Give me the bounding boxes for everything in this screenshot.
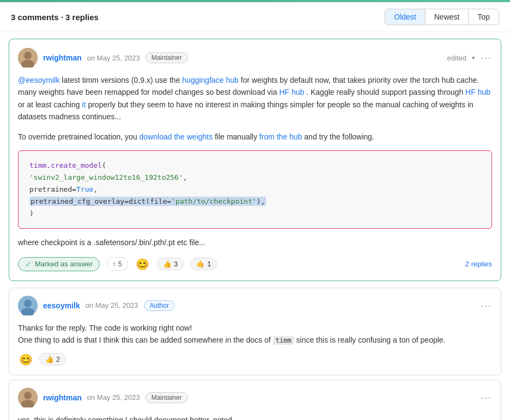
huggingface-link[interactable]: huggingface hub: [182, 76, 239, 84]
maintainer-badge: Maintainer: [145, 52, 188, 63]
reply-2: rwightman on May 25, 2023 Maintainer ···…: [9, 380, 501, 420]
body-text-5: properly but they seem to have no intere…: [18, 100, 473, 121]
body-text-7: file manually: [215, 132, 259, 141]
reply2-body: yes, this is definitely something I shou…: [18, 414, 492, 420]
timm-code-inline: timm: [273, 336, 294, 345]
reply1-like-emoji: 👍: [45, 355, 54, 363]
body-text-1: latest timm versions (0.9.x) use the: [62, 76, 182, 84]
sparkle-reaction[interactable]: 🤙 1: [190, 258, 217, 270]
main-comment-body: @eesoymilk latest timm versions (0.9.x) …: [18, 74, 492, 123]
sparkle-count: 1: [207, 260, 211, 268]
mention[interactable]: @eesoymilk: [18, 76, 59, 84]
reply1-footer: 😊 👍 2: [18, 352, 492, 367]
comment-footer: ✓ Marked as answer ↑ 5 😊 👍 3 🤙 1 2 repli…: [18, 257, 492, 272]
reply2-header-left: rwightman on May 25, 2023 Maintainer: [18, 388, 188, 407]
reply2-date: on May 25, 2023: [87, 393, 140, 401]
reply1-date: on May 25, 2023: [86, 301, 138, 309]
main-comment-body3: where checkpoint is a .safetensors/.bin/…: [18, 236, 492, 248]
hub-link[interactable]: from the hub: [259, 132, 302, 141]
svg-point-1: [24, 52, 32, 59]
comments-header: 3 comments · 3 replies Oldest Newest Top: [0, 2, 510, 32]
reply2-more-button[interactable]: ···: [481, 393, 492, 403]
sort-oldest-button[interactable]: Oldest: [385, 9, 425, 25]
download-link[interactable]: download the weights: [139, 132, 213, 141]
body-text-9: where checkpoint is a .safetensors/.bin/…: [18, 238, 205, 247]
like-reaction[interactable]: 👍 3: [157, 258, 184, 270]
upvote-button[interactable]: ↑ 5: [106, 257, 128, 271]
hf-hub-link2[interactable]: HF hub: [465, 88, 490, 96]
sparkle-emoji: 🤙: [196, 260, 205, 268]
replies-link[interactable]: 2 replies: [465, 260, 492, 268]
reply2-maintainer-badge: Maintainer: [145, 392, 188, 403]
code-line-2: 'swinv2_large_window12to16_192to256',: [29, 172, 481, 184]
hf-hub-link[interactable]: HF hub: [279, 88, 304, 96]
comment-header: rwightman on May 25, 2023 Maintainer edi…: [18, 48, 492, 68]
reply2-body-text: yes, this is definitely something I shou…: [18, 416, 232, 420]
code-line-5: ): [29, 208, 481, 220]
more-options-button[interactable]: ···: [481, 53, 492, 63]
like-count: 3: [174, 260, 178, 268]
reply1-body: Thanks for the reply. The code is workin…: [18, 322, 492, 346]
reply1-body-line1: Thanks for the reply. The code is workin…: [18, 322, 492, 334]
chevron-down-icon: ▾: [472, 54, 475, 62]
like-emoji: 👍: [163, 260, 172, 268]
reply2-author-name[interactable]: rwightman: [43, 393, 82, 402]
main-author-name[interactable]: rwightman: [43, 53, 82, 62]
reply1-more-button[interactable]: ···: [481, 301, 492, 311]
reply2-header-right: ···: [481, 393, 492, 403]
reply1-header-left: eesoymilk on May 25, 2023 Author: [18, 296, 175, 315]
sort-buttons: Oldest Newest Top: [385, 9, 499, 25]
reply2-avatar: [18, 388, 38, 407]
sort-top-button[interactable]: Top: [469, 9, 499, 25]
it-link[interactable]: it: [82, 100, 86, 109]
code-line-3: pretrained=True,: [29, 184, 481, 196]
code-line-1: timm.create_model(: [29, 160, 481, 172]
avatar: [18, 48, 38, 68]
smile-emoji-button[interactable]: 😊: [135, 257, 150, 272]
svg-point-4: [24, 300, 32, 307]
reply1-header-right: ···: [481, 301, 492, 311]
reply-1: eesoymilk on May 25, 2023 Author ··· Tha…: [9, 288, 501, 375]
body-text-8: and try the following.: [304, 132, 374, 141]
reply1-smile-button[interactable]: 😊: [18, 352, 34, 367]
comment-header-left: rwightman on May 25, 2023 Maintainer: [18, 48, 188, 68]
check-icon: ✓: [25, 260, 32, 269]
reply1-like-reaction[interactable]: 👍 2: [39, 353, 66, 366]
body-text-4: or at least caching: [18, 100, 82, 109]
body-text-6: To override pretrained location, you: [18, 132, 139, 141]
comments-count: 3 comments · 3 replies: [11, 13, 99, 22]
reply2-header: rwightman on May 25, 2023 Maintainer ···: [18, 388, 492, 407]
code-block: timm.create_model( 'swinv2_large_window1…: [18, 150, 492, 229]
upvote-arrow-icon: ↑: [112, 260, 116, 268]
code-line-4: pretrained_cfg_overlay=dict(file='path/t…: [29, 196, 481, 208]
main-comment-body2: To override pretrained location, you dow…: [18, 131, 492, 143]
main-comment-date: on May 25, 2023: [87, 54, 140, 62]
upvote-count: 5: [118, 260, 122, 268]
reply1-avatar: [18, 296, 38, 315]
marked-answer-badge: ✓ Marked as answer: [18, 257, 100, 271]
reply1-author-name[interactable]: eesoymilk: [43, 301, 80, 310]
footer-left: ✓ Marked as answer ↑ 5 😊 👍 3 🤙 1: [18, 257, 217, 272]
reply1-body-line2: One thing to add is that I think this ca…: [18, 334, 492, 346]
reply1-header: eesoymilk on May 25, 2023 Author ···: [18, 296, 492, 315]
sort-newest-button[interactable]: Newest: [426, 9, 469, 25]
reply1-like-count: 2: [56, 355, 60, 363]
edited-label: edited: [447, 54, 466, 62]
reply1-text-before: One thing to add is that I think this ca…: [18, 336, 271, 344]
comment-header-right: edited ▾ ···: [447, 53, 492, 63]
svg-point-7: [24, 392, 32, 399]
reply1-text-after: since this is really confusing a ton of …: [296, 336, 446, 344]
marked-answer-label: Marked as answer: [35, 260, 93, 268]
author-badge: Author: [144, 300, 175, 311]
body-text-3: . Kaggle really should support passing t…: [306, 88, 465, 96]
main-comment: rwightman on May 25, 2023 Maintainer edi…: [9, 39, 501, 281]
